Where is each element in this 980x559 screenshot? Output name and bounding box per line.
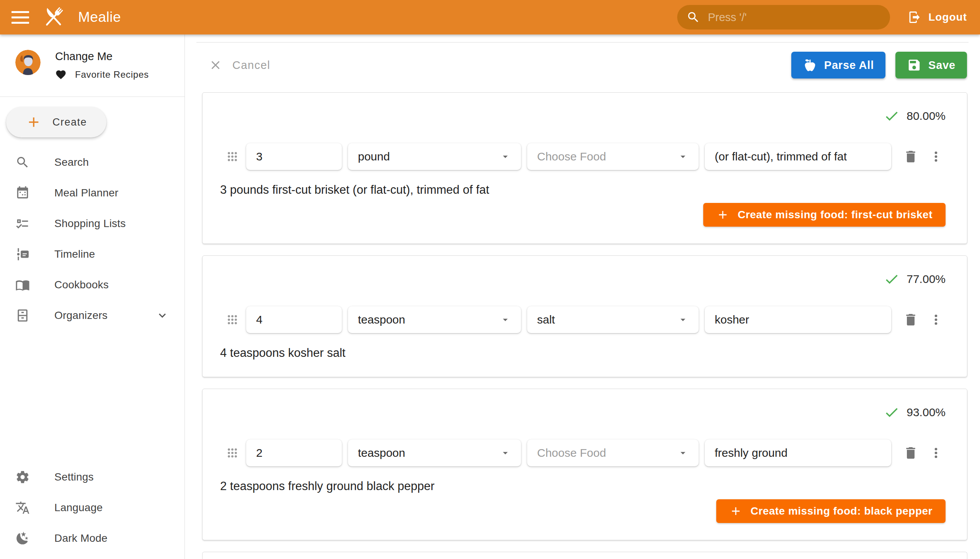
unit-select[interactable]: pound [348,143,521,170]
confidence-indicator: 77.00% [225,271,945,287]
chevron-down-icon[interactable] [155,309,169,322]
check-icon [884,271,900,287]
magnifier-icon [15,155,30,170]
confidence-indicator: 80.00% [225,108,945,124]
global-search-input[interactable]: Press '/' [677,5,890,30]
hamburger-menu-icon[interactable] [12,11,29,24]
drag-handle-icon[interactable] [225,444,240,462]
check-icon [884,108,900,124]
trash-icon [903,312,918,327]
sidebar-item-organizers[interactable]: Organizers [0,300,185,331]
dropdown-arrow-icon [677,151,689,162]
ingredient-card: 80.00% 3 pound Choose Food (or flat-cut)… [202,92,967,244]
parser-toolbar: Cancel Parse All Save [185,43,980,78]
drag-handle-icon[interactable] [225,148,240,165]
note-input[interactable]: (or flat-cut), trimmed of fat [705,143,891,170]
kebab-menu-icon [928,445,944,461]
sidebar-item-meal-planner[interactable]: Meal Planner [0,178,185,208]
more-options-button[interactable] [926,147,945,166]
logout-icon [908,10,921,24]
original-ingredient-text: 2 teaspoons freshly ground black pepper [220,480,945,493]
ingredient-cards: 80.00% 3 pound Choose Food (or flat-cut)… [185,78,980,559]
ingredient-card: 77.00% 4 teaspoon salt kosher [202,255,967,377]
delete-ingredient-button[interactable] [901,147,920,166]
sidebar-item-shopping-lists[interactable]: Shopping Lists [0,208,185,239]
more-options-button[interactable] [926,443,945,463]
dropdown-arrow-icon [677,447,689,459]
close-icon [209,58,222,72]
search-icon [686,10,700,24]
search-placeholder: Press '/' [708,11,747,24]
confidence-value: 93.00% [907,406,945,419]
logout-button[interactable]: Logout [908,10,967,24]
sidebar-item-dark-mode[interactable]: Dark Mode [0,523,185,554]
plus-icon [716,208,729,221]
note-input[interactable]: kosher [705,306,891,333]
note-input[interactable]: freshly ground [705,440,891,466]
quantity-input[interactable]: 3 [246,143,342,170]
unit-select[interactable]: teaspoon [348,440,521,466]
food-select[interactable]: salt [527,306,699,333]
trash-icon [903,149,918,164]
sidebar-item-search[interactable]: Search [0,147,185,178]
cancel-button[interactable]: Cancel [209,58,270,72]
user-profile[interactable]: Change Me Favorite Recipes [0,35,185,80]
plus-icon [729,504,742,518]
create-missing-food-button[interactable]: Create missing food: black pepper [716,499,946,523]
food-select[interactable]: Choose Food [527,143,699,170]
trash-icon [903,445,918,461]
confidence-value: 77.00% [907,273,945,286]
sidebar-item-language[interactable]: Language [0,492,185,523]
avatar [15,50,41,75]
save-icon [907,58,921,72]
user-name: Change Me [55,50,149,63]
more-options-button[interactable] [926,310,945,329]
dropdown-arrow-icon [677,314,689,326]
app-title: Mealie [78,9,121,25]
plus-icon [26,114,42,130]
cabinet-icon [15,308,30,323]
main-content: Cancel Parse All Save 80.00% 3 [185,35,980,559]
original-ingredient-text: 3 pounds first-cut brisket (or flat-cut)… [220,183,945,197]
calendar-icon [15,186,30,200]
apple-icon [803,58,817,72]
sidebar-item-settings[interactable]: Settings [0,462,185,492]
unit-select[interactable]: teaspoon [348,306,521,333]
quantity-input[interactable]: 4 [246,306,342,333]
quantity-input[interactable]: 2 [246,440,342,466]
timeline-icon [15,247,30,261]
sidebar-item-timeline[interactable]: Timeline [0,239,185,270]
sidebar-item-cookbooks[interactable]: Cookbooks [0,270,185,300]
checklist-icon [15,216,30,231]
sidebar: Change Me Favorite Recipes Create Search… [0,35,185,559]
create-missing-food-button[interactable]: Create missing food: first-cut brisket [703,203,945,227]
food-select[interactable]: Choose Food [527,440,699,466]
delete-ingredient-button[interactable] [901,310,920,329]
delete-ingredient-button[interactable] [901,443,920,463]
next-ingredient-card-partial [202,552,967,559]
sidebar-nav: SearchMeal PlannerShopping ListsTimeline… [0,147,185,331]
mealie-logo-icon [40,3,68,31]
dropdown-arrow-icon [499,447,511,459]
confidence-indicator: 93.00% [225,404,945,420]
gear-icon [15,470,30,485]
drag-handle-icon[interactable] [225,311,240,329]
save-button[interactable]: Save [896,52,967,78]
moon-stars-icon [15,531,30,546]
favorite-recipes-link[interactable]: Favorite Recipes [55,69,149,80]
heart-icon [55,69,67,80]
app-bar: Mealie Press '/' Logout [0,0,980,35]
check-icon [884,404,900,420]
dropdown-arrow-icon [499,151,511,162]
parse-all-button[interactable]: Parse All [791,52,886,78]
dropdown-arrow-icon [499,314,511,326]
kebab-menu-icon [928,312,944,327]
open-book-icon [15,278,30,292]
sidebar-divider [0,96,185,97]
create-button[interactable]: Create [6,107,106,137]
sidebar-bottom-nav: SettingsLanguageDark Mode [0,462,185,554]
confidence-value: 80.00% [907,109,945,122]
kebab-menu-icon [928,149,944,164]
original-ingredient-text: 4 teaspoons kosher salt [220,346,945,360]
translate-icon [15,500,30,515]
